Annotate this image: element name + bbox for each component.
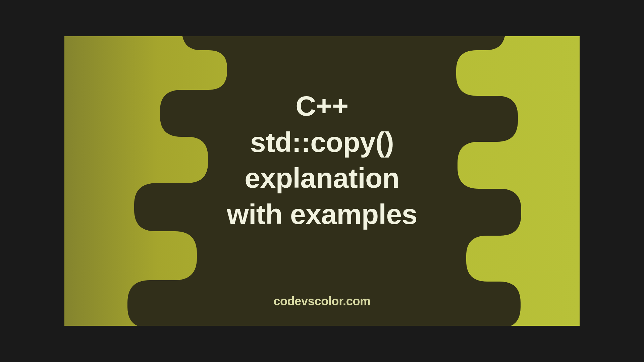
hero-banner: C++ std::copy() explanation with example… (64, 36, 580, 326)
banner-title: C++ std::copy() explanation with example… (64, 88, 580, 232)
title-line-4: with examples (64, 196, 580, 233)
title-line-2: std::copy() (64, 124, 580, 161)
title-line-3: explanation (64, 160, 580, 196)
attribution-text: codevscolor.com (273, 294, 371, 308)
title-line-1: C++ (64, 88, 580, 124)
